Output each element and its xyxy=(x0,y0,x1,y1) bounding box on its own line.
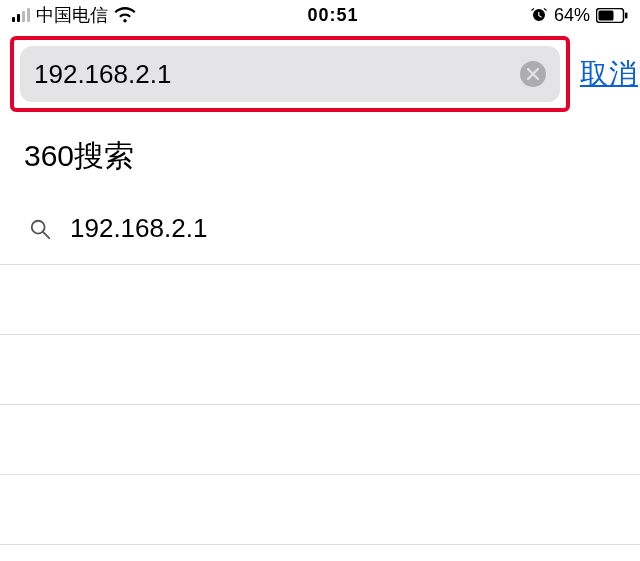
search-highlight-box: 192.168.2.1 xyxy=(10,36,570,112)
svg-rect-1 xyxy=(598,10,613,20)
list-item[interactable] xyxy=(0,475,640,545)
battery-percent: 64% xyxy=(554,5,590,26)
battery-icon xyxy=(596,8,628,23)
search-input[interactable]: 192.168.2.1 xyxy=(34,59,510,90)
status-left: 中国电信 xyxy=(12,3,136,27)
suggestion-label: 192.168.2.1 xyxy=(70,213,207,244)
signal-icon xyxy=(12,8,30,22)
svg-rect-2 xyxy=(625,12,628,18)
carrier-label: 中国电信 xyxy=(36,3,108,27)
clear-icon[interactable] xyxy=(520,61,546,87)
search-row: 192.168.2.1 取消 xyxy=(0,30,640,118)
list-item[interactable] xyxy=(0,335,640,405)
address-search-field[interactable]: 192.168.2.1 xyxy=(20,46,560,102)
status-time: 00:51 xyxy=(307,5,358,26)
alarm-icon xyxy=(530,6,548,24)
suggestion-list: 192.168.2.1 xyxy=(0,195,640,545)
list-item[interactable] xyxy=(0,265,640,335)
search-icon xyxy=(28,218,52,240)
svg-line-4 xyxy=(43,232,49,238)
status-right: 64% xyxy=(530,5,628,26)
status-bar: 中国电信 00:51 64% xyxy=(0,0,640,30)
search-engine-title: 360搜索 xyxy=(0,118,640,195)
list-item[interactable]: 192.168.2.1 xyxy=(0,195,640,265)
list-item[interactable] xyxy=(0,405,640,475)
wifi-icon xyxy=(114,7,136,23)
cancel-button[interactable]: 取消 xyxy=(580,55,640,93)
